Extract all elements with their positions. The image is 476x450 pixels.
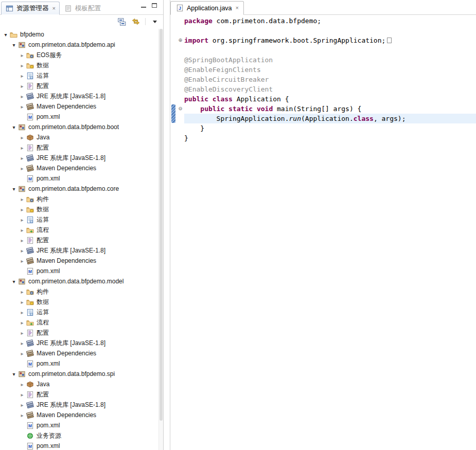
chevron-expanded-icon[interactable]: ▾	[10, 124, 17, 130]
chevron-collapsed-icon[interactable]: ▸	[19, 412, 26, 418]
close-icon[interactable]: ×	[52, 6, 56, 11]
chevron-collapsed-icon[interactable]: ▸	[19, 207, 26, 212]
chevron-collapsed-icon[interactable]: ▸	[19, 166, 26, 171]
chevron-collapsed-icon[interactable]: ▸	[19, 289, 26, 295]
tree-item[interactable]: ▸JRE 系统库 [JavaSE-1.8]	[0, 153, 163, 163]
tree-item[interactable]: ▸流程	[0, 225, 163, 235]
maximize-icon[interactable]	[152, 1, 157, 10]
chevron-collapsed-icon[interactable]: ▸	[19, 94, 26, 99]
tree-item[interactable]: ▸配置	[0, 389, 163, 400]
chevron-collapsed-icon[interactable]: ▸	[19, 320, 26, 326]
chevron-collapsed-icon[interactable]: ▸	[19, 310, 26, 315]
tab-application-java[interactable]: J Application.java ×	[170, 1, 244, 15]
tree-item[interactable]: ▸配置	[0, 81, 163, 91]
chevron-expanded-icon[interactable]: ▾	[2, 32, 9, 38]
tree-item[interactable]: ▸构件	[0, 286, 163, 297]
tree-item[interactable]: ▸Maven Dependencies	[0, 101, 163, 112]
chevron-collapsed-icon[interactable]: ▸	[19, 227, 26, 233]
tree-item[interactable]: Mpom.xml	[0, 112, 163, 122]
fold-plus-icon[interactable]: ⊕	[177, 35, 184, 45]
tree-item[interactable]: ▾com.primeton.data.bfpdemo.spi	[0, 369, 163, 379]
tree-scrollbar[interactable]	[158, 29, 163, 450]
close-icon[interactable]: ×	[236, 5, 239, 11]
chevron-collapsed-icon[interactable]: ▸	[19, 351, 26, 356]
tree-item[interactable]: ▸运算	[0, 214, 163, 225]
scrollbar-thumb[interactable]	[160, 29, 163, 421]
panel-sash[interactable]	[164, 0, 170, 450]
project-tree[interactable]: ▾bfpdemo▾com.primeton.data.bfpdemo.api▸E…	[0, 28, 163, 450]
tree-item[interactable]: ▸Maven Dependencies	[0, 348, 163, 358]
chevron-collapsed-icon[interactable]: ▸	[19, 258, 26, 264]
link-with-editor-icon[interactable]	[131, 17, 140, 26]
tree-item-label: 数据	[37, 61, 49, 70]
chevron-expanded-icon[interactable]: ▾	[10, 279, 17, 284]
tree-item[interactable]: ▾com.primeton.data.bfpdemo.model	[0, 276, 163, 286]
chevron-collapsed-icon[interactable]: ▸	[19, 135, 26, 140]
folded-region-indicator[interactable]	[387, 38, 392, 43]
tree-item[interactable]: Mpom.xml	[0, 441, 163, 450]
tree-item-label: com.primeton.data.bfpdemo.boot	[28, 123, 119, 131]
chevron-expanded-icon[interactable]: ▾	[10, 186, 17, 192]
tree-item[interactable]: ▾bfpdemo	[0, 29, 163, 40]
chevron-collapsed-icon[interactable]: ▸	[19, 392, 26, 398]
fold-minus-icon[interactable]: ⊖	[177, 104, 184, 114]
editor-tab-bar: J Application.java ×	[170, 0, 476, 15]
tree-item[interactable]: ▸Maven Dependencies	[0, 410, 163, 420]
tree-item[interactable]: ▾com.primeton.data.bfpdemo.api	[0, 40, 163, 50]
tree-item[interactable]: ▾com.primeton.data.bfpdemo.boot	[0, 122, 163, 132]
tree-item[interactable]: 业务资源	[0, 430, 163, 441]
tree-item[interactable]: ▸JRE 系统库 [JavaSE-1.8]	[0, 91, 163, 101]
tree-item[interactable]: Mpom.xml	[0, 266, 163, 276]
chevron-collapsed-icon[interactable]: ▸	[19, 402, 26, 408]
tree-item[interactable]: ▸运算	[0, 70, 163, 81]
tree-item[interactable]: ▸JRE 系统库 [JavaSE-1.8]	[0, 338, 163, 348]
chevron-expanded-icon[interactable]: ▾	[10, 42, 17, 48]
tree-item[interactable]: ▸数据	[0, 60, 163, 70]
tree-item[interactable]: ▸构件	[0, 194, 163, 204]
tree-item[interactable]: ▸JRE 系统库 [JavaSE-1.8]	[0, 400, 163, 410]
chevron-collapsed-icon[interactable]: ▸	[19, 145, 26, 151]
tree-item[interactable]: ▸Maven Dependencies	[0, 256, 163, 266]
chevron-collapsed-icon[interactable]: ▸	[19, 248, 26, 254]
tree-item[interactable]: ▸EOS服务	[0, 50, 163, 60]
tree-item[interactable]: ▸配置	[0, 235, 163, 245]
tree-item[interactable]: Mpom.xml	[0, 420, 163, 430]
chevron-collapsed-icon[interactable]: ▸	[19, 330, 26, 336]
collapse-all-icon[interactable]	[117, 17, 127, 26]
minimize-icon[interactable]	[141, 1, 146, 10]
tree-item[interactable]: ▸JRE 系统库 [JavaSE-1.8]	[0, 245, 163, 256]
chevron-collapsed-icon[interactable]: ▸	[19, 155, 26, 161]
tree-item[interactable]: ▸配置	[0, 328, 163, 338]
chevron-collapsed-icon[interactable]: ▸	[19, 63, 26, 68]
chevron-collapsed-icon[interactable]: ▸	[19, 217, 26, 223]
pom-icon: M	[26, 113, 34, 121]
tree-item[interactable]: ▸流程	[0, 317, 163, 328]
chevron-collapsed-icon[interactable]: ▸	[19, 299, 26, 305]
chevron-collapsed-icon[interactable]: ▸	[19, 382, 26, 387]
tree-item[interactable]: ▸Java	[0, 379, 163, 389]
tree-item[interactable]: ▸数据	[0, 204, 163, 214]
tree-item-label: 配置	[37, 390, 49, 399]
chevron-collapsed-icon[interactable]: ▸	[19, 238, 26, 243]
tree-item[interactable]: ▸数据	[0, 297, 163, 307]
tree-item[interactable]: Mpom.xml	[0, 358, 163, 369]
chevron-collapsed-icon[interactable]: ▸	[19, 104, 26, 110]
chevron-collapsed-icon[interactable]: ▸	[19, 52, 26, 58]
annotation-cell	[170, 84, 177, 94]
chevron-collapsed-icon[interactable]: ▸	[19, 83, 26, 89]
tree-item[interactable]: ▸Java	[0, 132, 163, 142]
code-editor[interactable]: package com.primeton.data.bfpdemo;⊕impor…	[170, 15, 476, 450]
tree-item[interactable]: ▾com.primeton.data.bfpdemo.core	[0, 184, 163, 194]
chevron-collapsed-icon[interactable]: ▸	[19, 340, 26, 346]
tree-item[interactable]: ▸配置	[0, 142, 163, 153]
chevron-collapsed-icon[interactable]: ▸	[19, 196, 26, 202]
tree-item[interactable]: ▸Maven Dependencies	[0, 163, 163, 173]
tab-template-config[interactable]: 模板配置	[60, 2, 105, 15]
tree-item[interactable]: ▸运算	[0, 307, 163, 317]
tree-item[interactable]: Mpom.xml	[0, 173, 163, 184]
code-text: import org.springframework.boot.SpringAp…	[184, 35, 476, 45]
view-menu-icon[interactable]	[150, 17, 160, 26]
tab-resource-explorer[interactable]: 资源管理器 ×	[1, 2, 60, 15]
chevron-expanded-icon[interactable]: ▾	[10, 371, 17, 377]
chevron-collapsed-icon[interactable]: ▸	[19, 73, 26, 79]
